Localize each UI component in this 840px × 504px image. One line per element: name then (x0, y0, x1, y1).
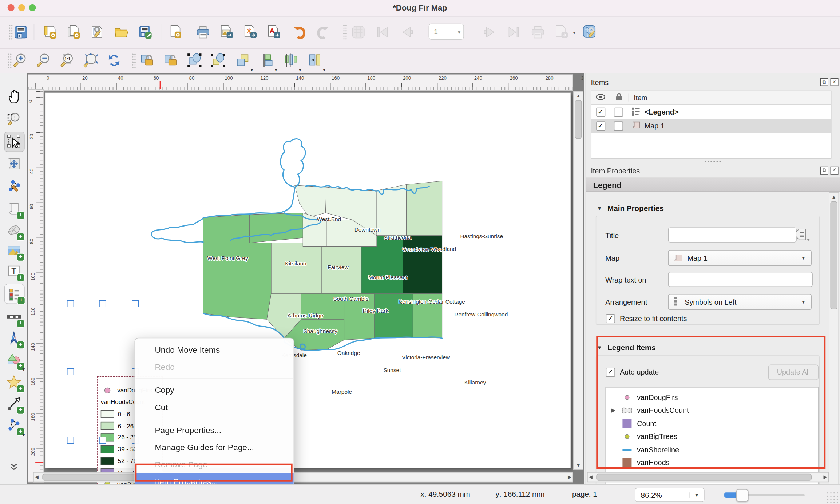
zoom-actual-size-button[interactable]: 1:1 (58, 51, 76, 69)
ungroup-items-button[interactable] (209, 51, 227, 69)
open-template-button[interactable] (112, 23, 130, 41)
save-as-template-button[interactable] (136, 23, 154, 41)
scroll-right-arrow[interactable]: ▶ (568, 473, 571, 481)
scroll-left-arrow[interactable]: ◀ (35, 473, 39, 481)
legend-tree-row[interactable]: vanDougFirs (606, 391, 818, 404)
auto-update-row[interactable]: ✓ Auto update (606, 368, 659, 377)
menu-item[interactable]: Copy (135, 381, 294, 399)
scroll-left-arrow[interactable]: ◀ (589, 473, 593, 481)
new-layout-button[interactable] (41, 23, 59, 41)
panel-splitter[interactable]: •••••• (586, 159, 840, 164)
align-items-dropdown[interactable]: ▼ (274, 67, 278, 72)
properties-horizontal-scrollbar[interactable]: ◀ ▶ (587, 472, 829, 482)
zoom-level-combo[interactable]: 86.2% ▼ (635, 488, 704, 502)
canvas-vertical-scrollbar[interactable]: ▲ ▼ (573, 91, 583, 470)
toolbar-drag-handle[interactable] (343, 24, 347, 40)
last-feature-button[interactable] (505, 23, 523, 41)
add-node-item-dropdown[interactable]: ▼ (21, 432, 26, 437)
close-panel-button[interactable]: ✕ (831, 167, 839, 175)
scroll-right-arrow[interactable]: ▶ (823, 473, 827, 481)
refresh-view-button[interactable] (105, 51, 123, 69)
edit-nodes-tool-button[interactable] (4, 177, 24, 196)
add-north-arrow-button[interactable]: N + (4, 329, 24, 348)
selection-handle[interactable] (67, 437, 74, 444)
add-report-button[interactable] (166, 23, 184, 41)
add-shape-dropdown[interactable]: ▼ (21, 367, 26, 372)
preview-atlas-button[interactable] (349, 23, 368, 41)
align-items-button[interactable]: ▼ (258, 51, 276, 69)
add-legend-button[interactable]: + (4, 284, 25, 304)
selection-handle[interactable] (67, 368, 74, 375)
properties-vertical-scrollbar[interactable]: ▲ ▼ (829, 192, 839, 504)
legend-tree-row[interactable]: ▶vanHoodsCount (606, 404, 818, 417)
expand-arrow-icon[interactable]: ▶ (609, 408, 618, 413)
selection-handle[interactable] (67, 300, 74, 307)
resize-items-button[interactable]: ▼ (306, 51, 324, 69)
add-page-button[interactable]: + (4, 199, 24, 219)
close-panel-button[interactable]: ✕ (831, 78, 839, 86)
selection-handle[interactable] (99, 300, 106, 307)
select-move-item-tool-button[interactable] (4, 132, 25, 152)
scroll-up-arrow[interactable]: ▲ (574, 92, 583, 100)
print-layout-button[interactable] (194, 23, 212, 41)
lock-checkbox[interactable] (614, 121, 623, 130)
save-project-button[interactable] (12, 23, 30, 41)
raise-items-button[interactable]: ▼ (234, 51, 252, 69)
lock-checkbox[interactable] (614, 107, 623, 116)
menu-item[interactable]: Manage Guides for Page... (135, 439, 294, 456)
float-panel-button[interactable]: ⧉ (820, 167, 828, 175)
export-atlas-dropdown[interactable]: ▼ (572, 31, 576, 35)
redo-button[interactable] (314, 23, 332, 41)
update-all-button[interactable]: Update All (768, 364, 819, 380)
legend-tree-row[interactable]: vanShoreline (606, 443, 818, 456)
resize-to-fit-row[interactable]: ✓ Resize to fit contents (606, 314, 687, 323)
items-table-row[interactable]: ✓<Legend> (591, 105, 831, 119)
atlas-settings-button[interactable] (581, 23, 599, 41)
move-item-content-tool-button[interactable] (4, 154, 24, 173)
pan-tool-button[interactable] (4, 87, 24, 106)
visibility-checkbox[interactable]: ✓ (596, 121, 605, 130)
add-shape-button[interactable]: +▼ (4, 350, 24, 369)
data-defined-override-button[interactable] (794, 228, 810, 243)
add-node-item-button[interactable]: +▼ (4, 415, 24, 435)
map-select-combo[interactable]: Map 1 ▼ (668, 250, 812, 266)
scroll-down-arrow[interactable]: ▼ (574, 461, 583, 469)
zoom-out-button[interactable] (34, 51, 52, 69)
add-arrow-button[interactable]: + (4, 394, 24, 413)
add-3d-map-button[interactable]: + (4, 220, 24, 240)
arrangement-combo[interactable]: Symbols on Left ▼ (668, 294, 812, 310)
distribute-items-dropdown[interactable]: ▼ (298, 67, 302, 72)
layout-manager-button[interactable] (88, 23, 107, 41)
first-feature-button[interactable] (373, 23, 392, 41)
legend-tree-row[interactable]: vanHoods (606, 456, 818, 469)
zoom-in-button[interactable] (11, 51, 29, 69)
unlock-all-items-button[interactable] (162, 51, 180, 69)
export-as-pdf-button[interactable]: A (265, 23, 283, 41)
export-atlas-button[interactable] (552, 23, 571, 41)
window-resize-grip[interactable] (826, 491, 838, 503)
legend-items-header[interactable]: ▼ Legend Items (597, 343, 656, 352)
resize-items-dropdown[interactable]: ▼ (322, 67, 326, 72)
add-picture-button[interactable]: + (4, 241, 24, 260)
lock-selected-items-button[interactable] (138, 51, 156, 69)
print-atlas-button[interactable] (529, 23, 547, 41)
scroll-up-arrow[interactable]: ▲ (829, 193, 839, 201)
legend-title-input[interactable] (668, 228, 797, 243)
undo-button[interactable] (290, 23, 309, 41)
raise-items-dropdown[interactable]: ▼ (250, 67, 254, 72)
resize-to-fit-checkbox[interactable]: ✓ (606, 314, 615, 323)
selection-handle[interactable] (132, 300, 139, 307)
items-table[interactable]: Item ✓<Legend>✓Map 1 (591, 91, 832, 159)
page-number-input[interactable]: 1 ▼ (429, 24, 464, 40)
distribute-items-button[interactable]: ▼ (282, 51, 300, 69)
zoom-slider-handle[interactable] (736, 489, 748, 501)
menu-item[interactable]: Page Properties... (135, 422, 294, 439)
add-scalebar-button[interactable]: + (4, 307, 24, 327)
duplicate-layout-button[interactable] (64, 23, 83, 41)
menu-item[interactable]: Cut (135, 399, 294, 416)
main-properties-header[interactable]: ▼ Main Properties (597, 204, 664, 213)
items-table-row[interactable]: ✓Map 1 (591, 119, 831, 133)
zoom-dropdown-arrow[interactable]: ▼ (690, 492, 699, 497)
legend-tree-row[interactable]: vanBigTrees (606, 430, 818, 443)
export-as-image-button[interactable] (218, 23, 236, 41)
